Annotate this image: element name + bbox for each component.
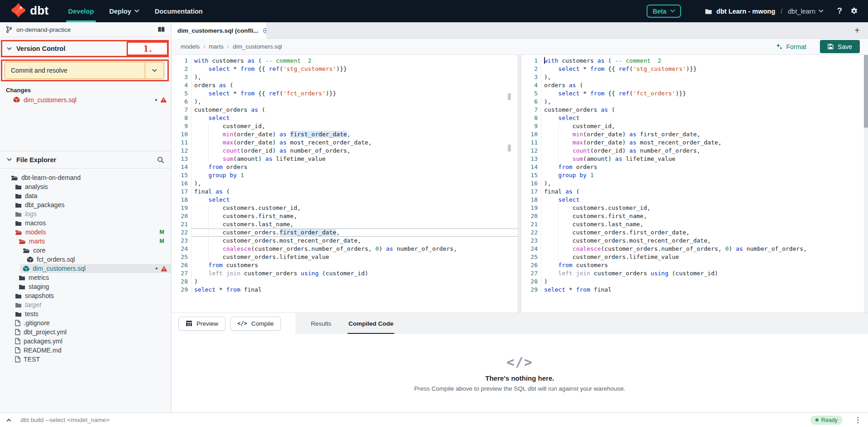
code-line-22[interactable]: 22 customer_orders.first_order_date, [172, 228, 518, 237]
code-line-29[interactable]: 29select * from final [521, 286, 868, 294]
collapse-chevron-up-icon[interactable] [6, 418, 11, 422]
code-line-27[interactable]: 27 left join customer_orders using (cust… [172, 269, 518, 278]
code-line-14[interactable]: 14 from orders [172, 163, 518, 171]
code-pane-left[interactable]: 1with customers as ( -- comment 22 selec… [172, 55, 518, 313]
code-line-14[interactable]: 14 from orders [521, 163, 868, 171]
kebab-menu-icon[interactable]: ⋮ [854, 416, 862, 424]
code-line-21[interactable]: 21 customers.last_name, [172, 220, 518, 228]
code-line-11[interactable]: 11 max(order_date) as most_recent_order_… [172, 139, 518, 147]
code-line-5[interactable]: 5 select * from {{ ref('fct_orders')}} [521, 89, 868, 98]
nav-item-deploy[interactable]: Deploy [102, 0, 147, 22]
file-tree-item-logs[interactable]: logs [0, 209, 171, 218]
file-tree-item-staging[interactable]: staging [0, 282, 171, 291]
code-line-19[interactable]: 19 customers.customer_id, [521, 204, 868, 212]
code-line-17[interactable]: 17final as ( [172, 188, 518, 196]
breadcrumb-item[interactable]: dim_customers.sql [233, 43, 282, 50]
code-line-7[interactable]: 7customer_orders as ( [521, 106, 868, 114]
code-line-3[interactable]: 3), [172, 73, 518, 81]
environment-selector[interactable]: dbt_learn [788, 8, 824, 15]
code-line-5[interactable]: 5 select * from {{ ref('fct_orders')}} [172, 89, 518, 98]
file-tree-item-metrics[interactable]: metrics [0, 273, 171, 282]
code-line-12[interactable]: 12 count(order_id) as number_of_orders, [172, 147, 518, 155]
docs-book-icon[interactable] [157, 26, 165, 33]
beta-toggle[interactable]: Beta [647, 5, 681, 18]
code-line-25[interactable]: 25 customer_orders.lifetime_value [521, 253, 868, 261]
nav-item-develop[interactable]: Develop [60, 0, 101, 22]
code-line-25[interactable]: 25 customer_orders.lifetime_value [172, 253, 518, 261]
code-line-18[interactable]: 18 select [172, 196, 518, 204]
results-tab-compiled-code[interactable]: Compiled Code [348, 313, 393, 334]
code-line-2[interactable]: 2 select * from {{ ref('stg_customers')}… [521, 65, 868, 73]
file-tree-item-README.md[interactable]: README.md [0, 346, 171, 355]
file-tree-item-dim_customers.sql[interactable]: dim_customers.sql [0, 264, 171, 273]
format-button[interactable]: Format [773, 43, 809, 51]
file-tree-item-marts[interactable]: martsM [0, 237, 171, 246]
code-line-16[interactable]: 16), [172, 179, 518, 188]
commit-and-resolve-button[interactable]: Commit and resolve [5, 62, 164, 79]
file-tree-item-macros[interactable]: macros [0, 218, 171, 228]
results-tab-results[interactable]: Results [311, 313, 331, 334]
code-line-21[interactable]: 21 customers.last_name, [521, 220, 868, 228]
file-tree-item-data[interactable]: data [0, 191, 171, 200]
new-tab-button[interactable]: + [854, 26, 868, 35]
code-line-28[interactable]: 28) [521, 278, 868, 286]
pane-divider[interactable] [518, 55, 521, 313]
preview-button[interactable]: Preview [178, 317, 226, 331]
settings-gear-icon[interactable] [850, 7, 858, 15]
code-line-19[interactable]: 19 customers.customer_id, [172, 204, 518, 212]
code-line-9[interactable]: 9 customer_id, [521, 122, 868, 130]
file-tree-item-TEST[interactable]: TEST [0, 355, 171, 364]
code-line-20[interactable]: 20 customers.first_name, [172, 212, 518, 220]
file-tree-item-core[interactable]: core [0, 246, 171, 255]
code-line-10[interactable]: 10 min(order_date) as first_order_date, [521, 130, 868, 139]
code-line-8[interactable]: 8 select [172, 114, 518, 122]
code-line-2[interactable]: 2 select * from {{ ref('stg_customers')}… [172, 65, 518, 73]
code-line-20[interactable]: 20 customers.first_name, [521, 212, 868, 220]
file-tree-item-packages.yml[interactable]: packages.yml [0, 337, 171, 346]
code-line-6[interactable]: 6), [172, 98, 518, 106]
file-tree-item-analysis[interactable]: analysis [0, 182, 171, 191]
code-line-6[interactable]: 6), [521, 98, 868, 106]
code-line-13[interactable]: 13 sum(amount) as lifetime_value [172, 155, 518, 163]
editor-scrollbar-track[interactable] [864, 55, 868, 313]
file-tree-item-tests[interactable]: tests [0, 309, 171, 318]
file-tree-item-.gitignore[interactable]: .gitignore [0, 318, 171, 328]
code-line-18[interactable]: 18 select [521, 196, 868, 204]
code-line-1[interactable]: 1with customers as ( -- comment 2 [172, 57, 518, 65]
command-input[interactable]: dbt build --select <model_name> [20, 417, 110, 423]
code-line-11[interactable]: 11 max(order_date) as most_recent_order_… [521, 139, 868, 147]
breadcrumb-item[interactable]: models [181, 43, 200, 50]
code-line-28[interactable]: 28) [172, 278, 518, 286]
search-icon[interactable] [157, 156, 164, 164]
code-line-22[interactable]: 22 customer_orders.first_order_date, [521, 228, 868, 237]
compile-button[interactable]: </> Compile [230, 317, 281, 331]
file-tree-item-fct_orders.sql[interactable]: fct_orders.sql [0, 255, 171, 264]
code-line-13[interactable]: 13 sum(amount) as lifetime_value [521, 155, 868, 163]
code-line-23[interactable]: 23 customer_orders.most_recent_order_dat… [172, 237, 518, 245]
dbt-logo[interactable]: dbt [0, 3, 60, 20]
editor-scrollbar-thumb[interactable] [864, 55, 868, 128]
nav-item-documentation[interactable]: Documentation [147, 0, 211, 22]
code-line-23[interactable]: 23 customer_orders.most_recent_order_dat… [521, 237, 868, 245]
code-line-8[interactable]: 8 select [521, 114, 868, 122]
file-tree-item-target[interactable]: target [0, 300, 171, 309]
code-line-29[interactable]: 29select * from final [172, 286, 518, 294]
editor-tab-dim-customers[interactable]: dim_customers.sql (confli... [172, 22, 267, 39]
file-tree-item-dbt_packages[interactable]: dbt_packages [0, 200, 171, 209]
code-line-15[interactable]: 15 group by 1 [521, 171, 868, 179]
code-line-7[interactable]: 7customer_orders as ( [172, 106, 518, 114]
help-button[interactable]: ? [837, 6, 842, 16]
code-line-24[interactable]: 24 coalesce(customer_orders.number_of_or… [521, 245, 868, 253]
code-line-10[interactable]: 10 min(order_date) as first_order_date, [172, 130, 518, 139]
code-line-24[interactable]: 24 coalesce(customer_orders.number_of_or… [172, 245, 518, 253]
file-tree-item-dbt-learn-on-demand[interactable]: dbt-learn-on-demand [0, 173, 171, 182]
file-tree-item-models[interactable]: modelsM [0, 228, 171, 237]
code-line-26[interactable]: 26 from customers [172, 261, 518, 269]
code-line-26[interactable]: 26 from customers [521, 261, 868, 269]
code-line-15[interactable]: 15 group by 1 [172, 171, 518, 179]
code-line-9[interactable]: 9 customer_id, [172, 122, 518, 130]
code-line-27[interactable]: 27 left join customer_orders using (cust… [521, 269, 868, 278]
file-tree-item-snapshots[interactable]: snapshots [0, 291, 171, 300]
file-explorer-header[interactable]: File Explorer [0, 151, 171, 169]
breadcrumb-item[interactable]: marts [209, 43, 224, 50]
